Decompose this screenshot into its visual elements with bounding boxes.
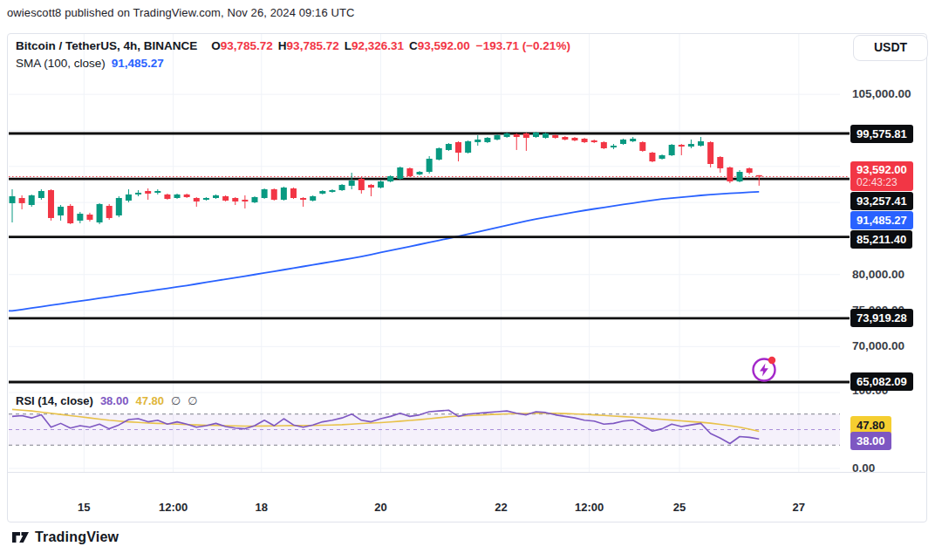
candle-body [145, 191, 151, 194]
candle-body [737, 172, 743, 181]
candle-body [378, 181, 384, 188]
candle-body [349, 181, 355, 186]
time-tick-label: 25 [673, 501, 686, 514]
candle-body [639, 142, 645, 151]
tradingview-logo-icon [11, 529, 30, 546]
rsi-empty-value-1: ∅ [171, 394, 181, 407]
candle-body [262, 189, 268, 198]
price-badge: 73,919.28 [850, 309, 913, 327]
candle-body [543, 133, 549, 138]
candle-body [194, 198, 200, 201]
candle-body [562, 137, 568, 140]
price-tick-label: 80,000.00 [852, 268, 904, 281]
candle-body [427, 159, 433, 172]
candle-body [669, 145, 675, 155]
rsi-label: RSI (14, close) [16, 394, 93, 407]
time-tick-label: 20 [374, 501, 386, 514]
price-badge: 38.00 [850, 432, 891, 450]
rsi-legend: RSI (14, close)38.0047.80∅∅ [16, 394, 198, 407]
low-label: L [345, 39, 352, 52]
candle-body [77, 214, 83, 221]
chart-canvas[interactable] [0, 0, 942, 560]
high-label: H [278, 39, 287, 52]
candle-body [329, 190, 335, 192]
candle-body [417, 172, 423, 174]
low-value: 92,326.31 [352, 39, 404, 52]
idea-flash-marker[interactable] [754, 357, 776, 381]
price-badge: 65,082.09 [850, 372, 913, 391]
candle-body [582, 139, 588, 142]
currency-button[interactable]: USDT [853, 35, 928, 61]
candle-body [495, 135, 501, 140]
candle-body [387, 176, 393, 181]
candle-body [504, 133, 510, 137]
candle-body [184, 195, 190, 197]
candle-body [465, 141, 471, 153]
candle-body [630, 139, 636, 141]
close-value: 93,592.00 [418, 39, 470, 52]
candle-body [67, 206, 73, 223]
candle-body [252, 197, 258, 202]
sma-value: 91,485.27 [112, 57, 164, 70]
candle-body [86, 215, 92, 220]
close-label: C [409, 39, 418, 52]
candle-body [756, 175, 762, 177]
time-tick-label: 18 [256, 501, 268, 514]
candle-body [97, 204, 103, 222]
candle-body [106, 206, 113, 218]
time-tick-label: 12:00 [159, 501, 188, 514]
tradingview-logo[interactable]: TradingView [11, 529, 119, 546]
symbol-title: Bitcoin / TetherUS, 4h, BINANCE [16, 39, 197, 52]
candle-body [271, 189, 277, 200]
time-tick-label: 12:00 [575, 501, 604, 514]
candle-body [222, 196, 229, 201]
rsi-tick-label: 0.00 [852, 461, 875, 475]
candle-body [620, 140, 626, 144]
candle-body [717, 157, 723, 168]
candle-body [455, 142, 461, 153]
candle-body [571, 138, 577, 140]
candle-body [58, 207, 64, 215]
candle-body [154, 191, 160, 193]
candle-body [533, 133, 539, 137]
candle-body [310, 196, 316, 201]
tradingview-logo-text: TradingView [35, 529, 119, 545]
candle-body [474, 140, 481, 142]
price-tick-label: 105,000.00 [852, 87, 911, 100]
candle-body [174, 195, 181, 198]
candle-body [290, 188, 297, 198]
candle-body [436, 148, 442, 160]
price-badge: 93,592.0002:43:23 [850, 161, 913, 191]
candle-body [552, 135, 558, 138]
candle-body [679, 145, 685, 147]
marker-red-dot [768, 357, 775, 364]
sma-label: SMA (100, close) [16, 57, 106, 70]
candle-body [601, 142, 607, 148]
candle-body [10, 196, 16, 203]
chart-legend: Bitcoin / TetherUS, 4h, BINANCEO93,785.7… [16, 39, 570, 52]
sma-legend: SMA (100, close)91,485.27 [16, 57, 164, 70]
change-value: −193.71 (−0.21%) [476, 39, 570, 52]
candle-body [688, 144, 694, 147]
candle-body [368, 185, 374, 188]
open-label: O [211, 39, 221, 52]
time-tick-label: 22 [495, 501, 507, 514]
candle-body [649, 153, 655, 161]
high-value: 93,785.72 [287, 39, 339, 52]
candle-body [591, 140, 597, 142]
price-badge: 99,575.81 [850, 125, 913, 143]
candle-body [523, 133, 529, 138]
price-badge: 93,257.41 [850, 192, 913, 210]
candle-body [116, 198, 122, 215]
candle-body [213, 195, 219, 198]
time-tick-label: 27 [793, 501, 805, 514]
candle-body [126, 195, 132, 201]
price-tick-label: 70,000.00 [852, 339, 904, 352]
candle-body [698, 141, 704, 146]
countdown-timer: 02:43:23 [857, 176, 907, 189]
candle-body [281, 188, 287, 200]
rsi-ma-value: 47.80 [135, 394, 164, 407]
candle-body [319, 191, 325, 194]
price-badge: 85,211.40 [850, 230, 912, 249]
candle-body [19, 198, 25, 203]
